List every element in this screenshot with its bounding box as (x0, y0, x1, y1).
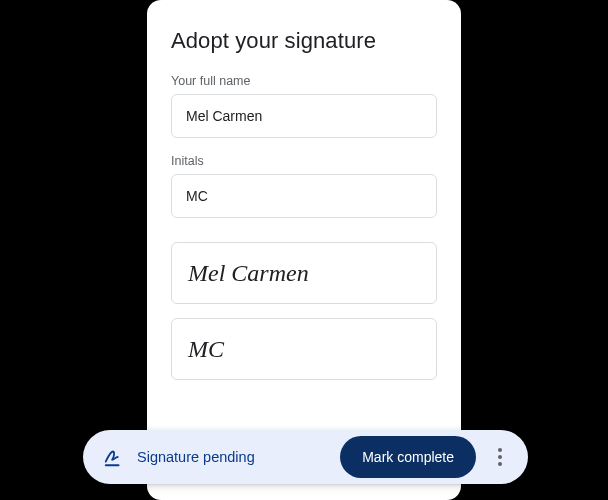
more-options-button[interactable] (480, 437, 520, 477)
page-title: Adopt your signature (171, 28, 437, 54)
initials-input[interactable] (171, 174, 437, 218)
initials-label: Initals (171, 154, 437, 168)
more-vert-icon (498, 448, 502, 466)
signature-script-initials: MC (188, 336, 224, 363)
signature-preview-initials[interactable]: MC (171, 318, 437, 380)
mark-complete-button[interactable]: Mark complete (340, 436, 476, 478)
status-bar: Signature pending Mark complete (83, 430, 528, 484)
signature-adoption-card: Adopt your signature Your full name Init… (147, 0, 461, 500)
signature-preview-fullname[interactable]: Mel Carmen (171, 242, 437, 304)
full-name-label: Your full name (171, 74, 437, 88)
signature-icon (103, 446, 125, 468)
status-text: Signature pending (137, 449, 340, 465)
signature-script-fullname: Mel Carmen (188, 260, 309, 287)
full-name-input[interactable] (171, 94, 437, 138)
